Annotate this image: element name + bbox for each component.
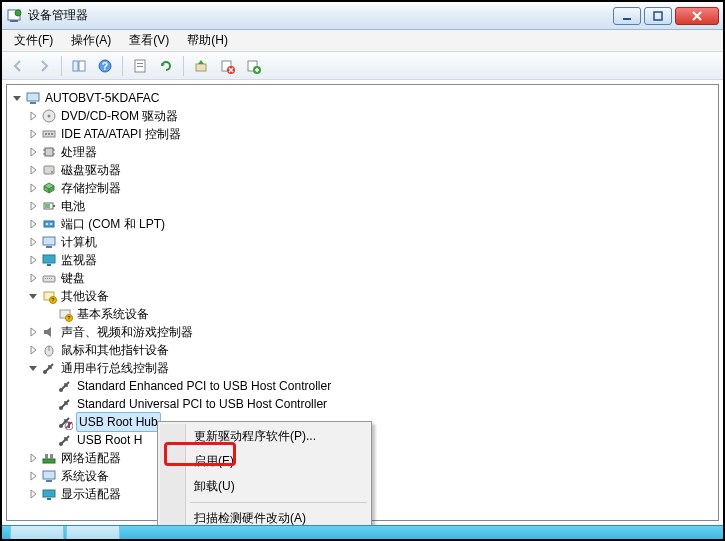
properties-button[interactable] <box>128 55 152 77</box>
tree-category[interactable]: 处理器 <box>9 143 718 161</box>
enable-button[interactable] <box>241 55 265 77</box>
minimize-button[interactable] <box>613 7 641 25</box>
unknown-device-icon: ? <box>57 306 73 322</box>
expand-icon[interactable] <box>25 327 41 337</box>
titlebar: 设备管理器 <box>2 2 723 30</box>
svg-rect-40 <box>43 255 55 263</box>
svg-point-20 <box>48 115 51 118</box>
toolbar: ? <box>2 52 723 80</box>
tree-label: 网络适配器 <box>61 449 121 467</box>
svg-rect-12 <box>196 64 206 71</box>
nav-forward-button[interactable] <box>32 55 56 77</box>
show-hide-tree-button[interactable] <box>67 55 91 77</box>
svg-rect-3 <box>623 18 631 20</box>
tree-item-usb-device[interactable]: Standard Enhanced PCI to USB Host Contro… <box>9 377 718 395</box>
tree-label: 键盘 <box>61 269 85 287</box>
tree-category-other-devices[interactable]: ? 其他设备 <box>9 287 718 305</box>
ctx-update-driver[interactable]: 更新驱动程序软件(P)... <box>160 424 369 449</box>
svg-rect-6 <box>79 61 85 71</box>
tree-label: 鼠标和其他指针设备 <box>61 341 169 359</box>
tree-category[interactable]: DVD/CD-ROM 驱动器 <box>9 107 718 125</box>
expand-icon[interactable] <box>25 255 41 265</box>
expand-icon[interactable] <box>25 201 41 211</box>
tree-label: 端口 (COM 和 LPT) <box>61 215 165 233</box>
nav-back-button[interactable] <box>6 55 30 77</box>
update-driver-button[interactable] <box>189 55 213 77</box>
svg-rect-66 <box>43 490 55 497</box>
usb-device-icon <box>57 414 73 430</box>
svg-rect-44 <box>47 278 48 279</box>
expand-icon[interactable] <box>25 489 41 499</box>
expand-icon[interactable] <box>25 165 41 175</box>
tree-category[interactable]: 计算机 <box>9 233 718 251</box>
tree-category[interactable]: IDE ATA/ATAPI 控制器 <box>9 125 718 143</box>
tree-item-usb-device[interactable]: Standard Universal PCI to USB Host Contr… <box>9 395 718 413</box>
menu-action[interactable]: 操作(A) <box>63 30 119 51</box>
expand-icon[interactable] <box>25 471 41 481</box>
expand-icon[interactable] <box>25 237 41 247</box>
maximize-button[interactable] <box>644 7 672 25</box>
svg-rect-46 <box>51 278 52 279</box>
svg-rect-39 <box>46 246 52 248</box>
collapse-icon[interactable] <box>9 93 25 103</box>
menu-help[interactable]: 帮助(H) <box>179 30 236 51</box>
svg-rect-62 <box>45 454 48 459</box>
menu-view[interactable]: 查看(V) <box>121 30 177 51</box>
tree-category[interactable]: 监视器 <box>9 251 718 269</box>
tree-label: 存储控制器 <box>61 179 121 197</box>
other-devices-icon: ? <box>41 288 57 304</box>
svg-rect-43 <box>45 278 46 279</box>
menubar: 文件(F) 操作(A) 查看(V) 帮助(H) <box>2 30 723 52</box>
menu-file[interactable]: 文件(F) <box>6 30 61 51</box>
svg-rect-10 <box>137 63 143 64</box>
tree-category-sound[interactable]: 声音、视频和游戏控制器 <box>9 323 718 341</box>
tree-label: IDE ATA/ATAPI 控制器 <box>61 125 181 143</box>
expand-icon[interactable] <box>25 183 41 193</box>
refresh-button[interactable] <box>154 55 178 77</box>
tree-category[interactable]: 端口 (COM 和 LPT) <box>9 215 718 233</box>
tree-category-mouse[interactable]: 鼠标和其他指针设备 <box>9 341 718 359</box>
expand-icon[interactable] <box>25 219 41 229</box>
svg-rect-1 <box>10 20 18 22</box>
close-button[interactable] <box>675 7 719 25</box>
expand-icon[interactable] <box>25 453 41 463</box>
tree-root-label: AUTOBVT-5KDAFAC <box>45 89 159 107</box>
tree-label: 系统设备 <box>61 467 109 485</box>
ctx-enable[interactable]: 启用(E) <box>160 449 369 474</box>
collapse-icon[interactable] <box>25 291 41 301</box>
svg-rect-18 <box>30 102 36 104</box>
svg-rect-5 <box>73 61 78 71</box>
expand-icon[interactable] <box>25 129 41 139</box>
display-adapter-icon <box>41 486 57 502</box>
svg-rect-17 <box>27 93 39 101</box>
tree-item-basic-system-device[interactable]: ? 基本系统设备 <box>9 305 718 323</box>
tree-category[interactable]: 键盘 <box>9 269 718 287</box>
svg-rect-25 <box>45 148 53 156</box>
svg-rect-65 <box>46 480 52 482</box>
tree-root[interactable]: AUTOBVT-5KDAFAC <box>9 89 718 107</box>
tree-label: 声音、视频和游戏控制器 <box>61 323 193 341</box>
tree-category[interactable]: 磁盘驱动器 <box>9 161 718 179</box>
tree-label-selected: USB Root Hub <box>76 412 161 432</box>
tree-label: 处理器 <box>61 143 97 161</box>
svg-rect-4 <box>654 12 662 20</box>
tree-label: Standard Universal PCI to USB Host Contr… <box>77 395 327 413</box>
expand-icon[interactable] <box>25 147 41 157</box>
network-icon <box>41 450 57 466</box>
ctx-uninstall[interactable]: 卸载(U) <box>160 474 369 499</box>
uninstall-button[interactable] <box>215 55 239 77</box>
toolbar-separator <box>122 56 123 76</box>
tree-label: DVD/CD-ROM 驱动器 <box>61 107 178 125</box>
expand-icon[interactable] <box>25 111 41 121</box>
expand-icon[interactable] <box>25 345 41 355</box>
app-icon <box>6 8 22 24</box>
expand-icon[interactable] <box>25 273 41 283</box>
tree-category-usb[interactable]: 通用串行总线控制器 <box>9 359 718 377</box>
tree-label: 计算机 <box>61 233 97 251</box>
collapse-icon[interactable] <box>25 363 41 373</box>
tree-category[interactable]: 存储控制器 <box>9 179 718 197</box>
svg-point-36 <box>46 223 48 225</box>
help-button[interactable]: ? <box>93 55 117 77</box>
tree-category[interactable]: 电池 <box>9 197 718 215</box>
tree-label: 显示适配器 <box>61 485 121 503</box>
